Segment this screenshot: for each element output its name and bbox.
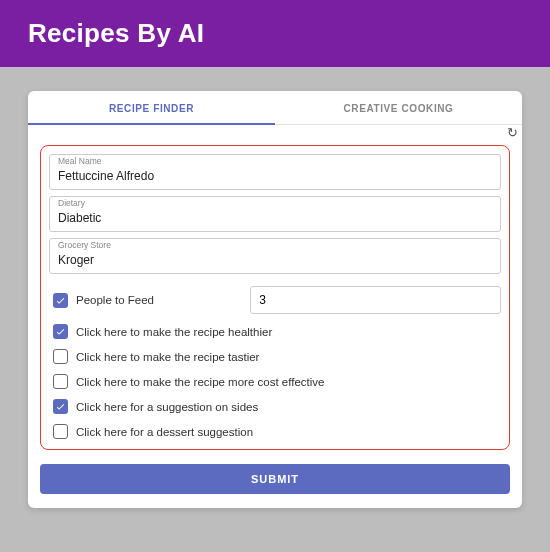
- page-title: Recipes By AI: [28, 18, 522, 49]
- option-row: Click here for a dessert suggestion: [53, 424, 501, 439]
- tab-creative-cooking[interactable]: CREATIVE COOKING: [275, 91, 522, 124]
- people-checkbox[interactable]: [53, 293, 68, 308]
- submit-button[interactable]: SUBMIT: [40, 464, 510, 494]
- option-row: Click here to make the recipe healthier: [53, 324, 501, 339]
- main-card: RECIPE FINDER CREATIVE COOKING ↻ Meal Na…: [28, 91, 522, 508]
- option-row: Click here to make the recipe more cost …: [53, 374, 501, 389]
- grocery-field: Grocery Store: [49, 238, 501, 274]
- option-row: Click here to make the recipe tastier: [53, 349, 501, 364]
- people-input[interactable]: [250, 286, 501, 314]
- option-checkbox[interactable]: [53, 399, 68, 414]
- app-header: Recipes By AI: [0, 0, 550, 67]
- option-label: Click here to make the recipe more cost …: [76, 376, 324, 388]
- option-label: Click here to make the recipe tastier: [76, 351, 259, 363]
- option-label: Click here for a dessert suggestion: [76, 426, 253, 438]
- submit-label: SUBMIT: [251, 473, 299, 485]
- option-checkbox[interactable]: [53, 424, 68, 439]
- dietary-field: Dietary: [49, 196, 501, 232]
- option-checkbox[interactable]: [53, 349, 68, 364]
- tab-bar: RECIPE FINDER CREATIVE COOKING: [28, 91, 522, 125]
- dietary-input[interactable]: [49, 196, 501, 232]
- option-row: Click here for a suggestion on sides: [53, 399, 501, 414]
- tab-recipe-finder[interactable]: RECIPE FINDER: [28, 91, 275, 124]
- option-checkbox[interactable]: [53, 324, 68, 339]
- grocery-input[interactable]: [49, 238, 501, 274]
- people-row: People to Feed: [53, 286, 501, 314]
- tab-label: RECIPE FINDER: [109, 103, 194, 114]
- option-label: Click here to make the recipe healthier: [76, 326, 272, 338]
- page-body: RECIPE FINDER CREATIVE COOKING ↻ Meal Na…: [0, 67, 550, 520]
- people-label: People to Feed: [76, 294, 154, 306]
- option-label: Click here for a suggestion on sides: [76, 401, 258, 413]
- tab-content: ↻ Meal Name Dietary Grocery Store: [28, 125, 522, 508]
- meal-name-input[interactable]: [49, 154, 501, 190]
- tab-label: CREATIVE COOKING: [344, 103, 454, 114]
- option-checkbox[interactable]: [53, 374, 68, 389]
- refresh-icon[interactable]: ↻: [507, 125, 518, 140]
- meal-name-field: Meal Name: [49, 154, 501, 190]
- form-area: Meal Name Dietary Grocery Store: [40, 145, 510, 450]
